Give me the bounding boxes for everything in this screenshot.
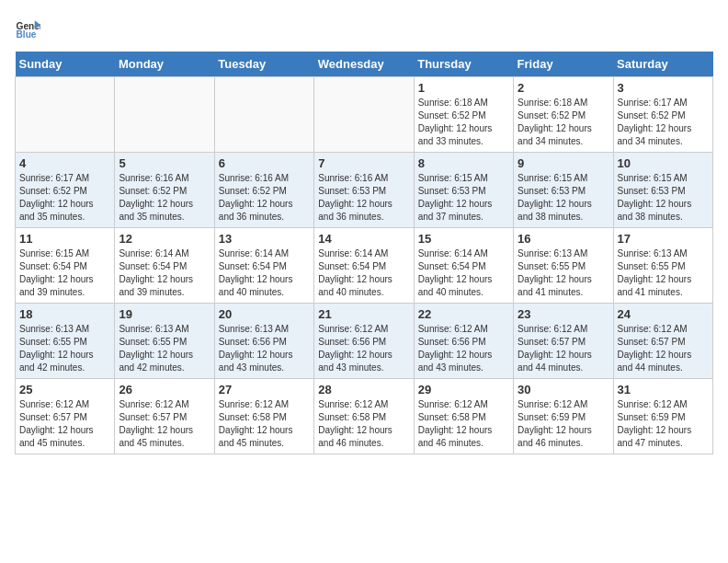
day-info: Sunrise: 6:12 AM Sunset: 6:57 PM Dayligh… xyxy=(119,398,210,450)
day-info: Sunrise: 6:12 AM Sunset: 6:57 PM Dayligh… xyxy=(618,323,709,374)
calendar-cell: 12Sunrise: 6:14 AM Sunset: 6:54 PM Dayli… xyxy=(115,228,214,304)
day-info: Sunrise: 6:15 AM Sunset: 6:53 PM Dayligh… xyxy=(518,172,609,224)
day-info: Sunrise: 6:13 AM Sunset: 6:56 PM Dayligh… xyxy=(219,323,310,374)
day-number: 22 xyxy=(418,307,509,321)
calendar-week-row: 11Sunrise: 6:15 AM Sunset: 6:54 PM Dayli… xyxy=(16,228,713,304)
day-number: 8 xyxy=(418,156,509,170)
weekday-header-row: SundayMondayTuesdayWednesdayThursdayFrid… xyxy=(16,52,713,77)
calendar-cell: 1Sunrise: 6:18 AM Sunset: 6:52 PM Daylig… xyxy=(414,77,513,153)
day-number: 28 xyxy=(318,383,409,396)
day-info: Sunrise: 6:12 AM Sunset: 6:56 PM Dayligh… xyxy=(318,323,409,374)
day-number: 13 xyxy=(219,232,310,246)
logo: General Blue xyxy=(15,15,40,40)
day-info: Sunrise: 6:14 AM Sunset: 6:54 PM Dayligh… xyxy=(418,247,509,299)
calendar-week-row: 18Sunrise: 6:13 AM Sunset: 6:55 PM Dayli… xyxy=(16,304,713,379)
page-header: General Blue xyxy=(15,15,713,40)
day-number: 27 xyxy=(219,383,310,396)
weekday-header: Thursday xyxy=(414,52,513,77)
calendar-cell: 28Sunrise: 6:12 AM Sunset: 6:58 PM Dayli… xyxy=(314,379,414,454)
day-info: Sunrise: 6:15 AM Sunset: 6:53 PM Dayligh… xyxy=(418,172,509,224)
calendar-cell: 29Sunrise: 6:12 AM Sunset: 6:58 PM Dayli… xyxy=(414,379,513,454)
calendar-week-row: 1Sunrise: 6:18 AM Sunset: 6:52 PM Daylig… xyxy=(16,77,713,153)
day-number: 29 xyxy=(418,383,509,396)
day-info: Sunrise: 6:12 AM Sunset: 6:56 PM Dayligh… xyxy=(418,323,509,374)
day-number: 3 xyxy=(618,81,709,95)
day-info: Sunrise: 6:12 AM Sunset: 6:57 PM Dayligh… xyxy=(518,323,609,374)
calendar-cell: 9Sunrise: 6:15 AM Sunset: 6:53 PM Daylig… xyxy=(514,153,613,228)
day-info: Sunrise: 6:17 AM Sunset: 6:52 PM Dayligh… xyxy=(19,172,110,224)
day-number: 15 xyxy=(418,232,509,246)
day-info: Sunrise: 6:13 AM Sunset: 6:55 PM Dayligh… xyxy=(19,323,110,374)
day-info: Sunrise: 6:13 AM Sunset: 6:55 PM Dayligh… xyxy=(119,323,210,374)
day-number: 18 xyxy=(19,307,110,321)
weekday-header: Friday xyxy=(514,52,613,77)
calendar-cell: 13Sunrise: 6:14 AM Sunset: 6:54 PM Dayli… xyxy=(214,228,313,304)
day-info: Sunrise: 6:15 AM Sunset: 6:53 PM Dayligh… xyxy=(618,172,709,224)
day-number: 4 xyxy=(19,156,110,170)
calendar-cell: 17Sunrise: 6:13 AM Sunset: 6:55 PM Dayli… xyxy=(613,228,712,304)
calendar-cell: 23Sunrise: 6:12 AM Sunset: 6:57 PM Dayli… xyxy=(514,304,613,379)
calendar-cell: 7Sunrise: 6:16 AM Sunset: 6:53 PM Daylig… xyxy=(314,153,414,228)
day-number: 25 xyxy=(19,383,110,396)
day-info: Sunrise: 6:12 AM Sunset: 6:58 PM Dayligh… xyxy=(418,398,509,450)
logo-icon: General Blue xyxy=(15,15,40,40)
calendar-cell: 16Sunrise: 6:13 AM Sunset: 6:55 PM Dayli… xyxy=(514,228,613,304)
calendar-cell: 31Sunrise: 6:12 AM Sunset: 6:59 PM Dayli… xyxy=(613,379,712,454)
calendar-cell: 3Sunrise: 6:17 AM Sunset: 6:52 PM Daylig… xyxy=(613,77,712,153)
day-number: 2 xyxy=(518,81,609,95)
day-number: 6 xyxy=(219,156,310,170)
calendar-cell: 8Sunrise: 6:15 AM Sunset: 6:53 PM Daylig… xyxy=(414,153,513,228)
weekday-header: Wednesday xyxy=(314,52,414,77)
day-number: 24 xyxy=(618,307,709,321)
calendar-cell: 2Sunrise: 6:18 AM Sunset: 6:52 PM Daylig… xyxy=(514,77,613,153)
day-number: 11 xyxy=(19,232,110,246)
calendar-cell xyxy=(16,77,115,153)
day-number: 9 xyxy=(518,156,609,170)
day-info: Sunrise: 6:18 AM Sunset: 6:52 PM Dayligh… xyxy=(418,97,509,148)
calendar-cell xyxy=(314,77,414,153)
calendar-cell: 5Sunrise: 6:16 AM Sunset: 6:52 PM Daylig… xyxy=(115,153,214,228)
calendar-cell: 22Sunrise: 6:12 AM Sunset: 6:56 PM Dayli… xyxy=(414,304,513,379)
calendar-cell: 10Sunrise: 6:15 AM Sunset: 6:53 PM Dayli… xyxy=(613,153,712,228)
calendar-cell xyxy=(115,77,214,153)
calendar-cell: 4Sunrise: 6:17 AM Sunset: 6:52 PM Daylig… xyxy=(16,153,115,228)
day-info: Sunrise: 6:12 AM Sunset: 6:59 PM Dayligh… xyxy=(618,398,709,450)
day-info: Sunrise: 6:18 AM Sunset: 6:52 PM Dayligh… xyxy=(518,97,609,148)
calendar-cell: 26Sunrise: 6:12 AM Sunset: 6:57 PM Dayli… xyxy=(115,379,214,454)
day-info: Sunrise: 6:14 AM Sunset: 6:54 PM Dayligh… xyxy=(318,247,409,299)
calendar-cell: 15Sunrise: 6:14 AM Sunset: 6:54 PM Dayli… xyxy=(414,228,513,304)
svg-text:Blue: Blue xyxy=(17,29,37,40)
day-number: 7 xyxy=(318,156,409,170)
day-info: Sunrise: 6:13 AM Sunset: 6:55 PM Dayligh… xyxy=(618,247,709,299)
calendar-table: SundayMondayTuesdayWednesdayThursdayFrid… xyxy=(15,52,713,454)
weekday-header: Monday xyxy=(115,52,214,77)
day-info: Sunrise: 6:17 AM Sunset: 6:52 PM Dayligh… xyxy=(618,97,709,148)
day-info: Sunrise: 6:14 AM Sunset: 6:54 PM Dayligh… xyxy=(219,247,310,299)
day-info: Sunrise: 6:16 AM Sunset: 6:52 PM Dayligh… xyxy=(219,172,310,224)
day-info: Sunrise: 6:12 AM Sunset: 6:59 PM Dayligh… xyxy=(518,398,609,450)
calendar-week-row: 4Sunrise: 6:17 AM Sunset: 6:52 PM Daylig… xyxy=(16,153,713,228)
calendar-cell: 6Sunrise: 6:16 AM Sunset: 6:52 PM Daylig… xyxy=(214,153,313,228)
day-number: 1 xyxy=(418,81,509,95)
day-info: Sunrise: 6:15 AM Sunset: 6:54 PM Dayligh… xyxy=(19,247,110,299)
day-number: 19 xyxy=(119,307,210,321)
calendar-cell: 19Sunrise: 6:13 AM Sunset: 6:55 PM Dayli… xyxy=(115,304,214,379)
day-number: 31 xyxy=(618,383,709,396)
day-number: 23 xyxy=(518,307,609,321)
day-number: 12 xyxy=(119,232,210,246)
day-number: 21 xyxy=(318,307,409,321)
day-number: 16 xyxy=(518,232,609,246)
day-info: Sunrise: 6:12 AM Sunset: 6:57 PM Dayligh… xyxy=(19,398,110,450)
calendar-cell xyxy=(214,77,313,153)
day-info: Sunrise: 6:14 AM Sunset: 6:54 PM Dayligh… xyxy=(119,247,210,299)
calendar-cell: 11Sunrise: 6:15 AM Sunset: 6:54 PM Dayli… xyxy=(16,228,115,304)
day-number: 30 xyxy=(518,383,609,396)
calendar-week-row: 25Sunrise: 6:12 AM Sunset: 6:57 PM Dayli… xyxy=(16,379,713,454)
calendar-cell: 18Sunrise: 6:13 AM Sunset: 6:55 PM Dayli… xyxy=(16,304,115,379)
calendar-cell: 30Sunrise: 6:12 AM Sunset: 6:59 PM Dayli… xyxy=(514,379,613,454)
calendar-cell: 27Sunrise: 6:12 AM Sunset: 6:58 PM Dayli… xyxy=(214,379,313,454)
day-number: 17 xyxy=(618,232,709,246)
day-info: Sunrise: 6:13 AM Sunset: 6:55 PM Dayligh… xyxy=(518,247,609,299)
calendar-cell: 25Sunrise: 6:12 AM Sunset: 6:57 PM Dayli… xyxy=(16,379,115,454)
calendar-cell: 20Sunrise: 6:13 AM Sunset: 6:56 PM Dayli… xyxy=(214,304,313,379)
